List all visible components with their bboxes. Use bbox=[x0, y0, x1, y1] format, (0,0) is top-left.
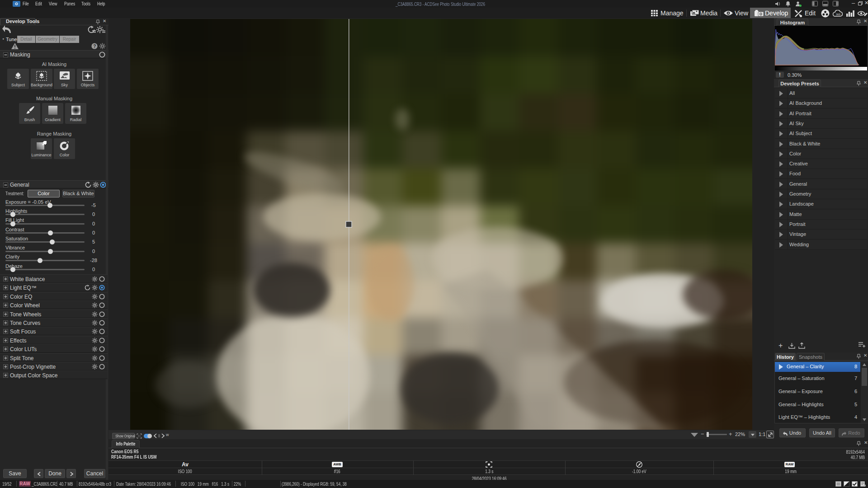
svg-text:?: ? bbox=[93, 44, 96, 49]
svg-text:365: 365 bbox=[836, 13, 841, 16]
